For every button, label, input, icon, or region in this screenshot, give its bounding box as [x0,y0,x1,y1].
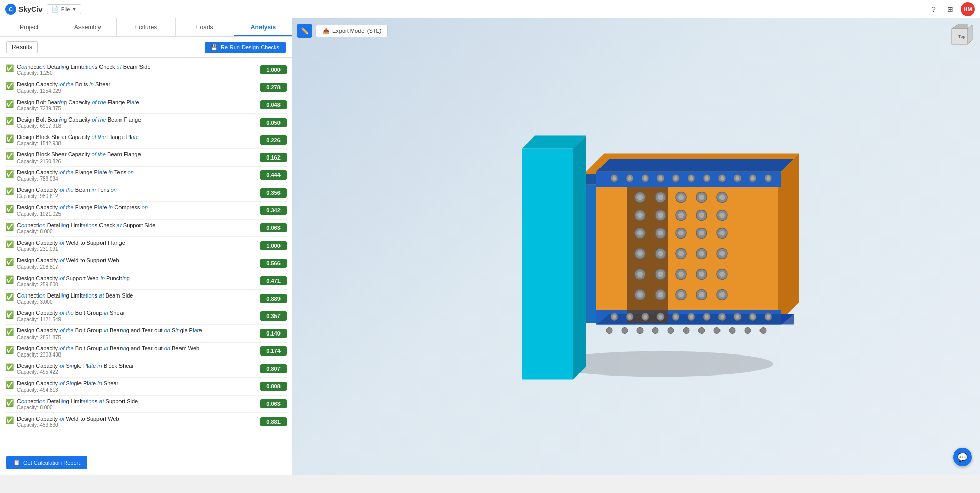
tab-loads[interactable]: Loads [176,18,234,36]
svg-point-110 [674,315,677,319]
result-name: Connection Detailing Limitations at Supp… [17,398,260,405]
result-value-badge: 0.356 [260,188,287,198]
result-item: ✅Design Capacity of the Flange Plate in … [5,167,287,184]
result-name: Connection Detailing Limitations Check a… [17,222,260,229]
result-item: ✅Design Capacity of the Flange Plate in … [5,202,287,219]
result-capacity: Capacity: 453.830 [17,422,260,428]
svg-point-129 [698,327,705,333]
svg-point-116 [720,315,724,319]
result-item: ✅Connection Detailing Limitations Check … [5,61,287,78]
svg-point-118 [735,315,739,319]
result-capacity: Capacity: 980.612 [17,193,260,199]
result-value-badge: 0.063 [260,223,287,232]
result-capacity: Capacity: 786.094 [17,176,260,182]
result-capacity: Capacity: 8.000 [17,229,260,234]
svg-point-50 [637,251,643,256]
svg-point-131 [729,327,735,333]
svg-point-60 [637,271,643,277]
result-name: Connection Detailing Limitations Check a… [17,63,260,70]
svg-point-86 [658,176,662,180]
check-circle-icon: ✅ [5,134,14,143]
svg-point-34 [678,212,684,218]
svg-marker-7 [778,153,799,323]
svg-rect-15 [522,148,573,379]
svg-point-108 [658,315,662,319]
avatar-initials: HM [963,6,972,12]
result-capacity: Capacity: 1542.938 [17,141,260,146]
svg-point-62 [658,271,663,277]
svg-marker-11 [596,159,794,171]
result-item: ✅Connection Detailing Limitations at Sup… [5,396,287,413]
tab-analysis[interactable]: Analysis [234,18,292,36]
result-name: Design Bolt Bearing Capacity of the Flan… [17,98,260,106]
file-menu-button[interactable]: 📄 File ▼ [47,4,82,14]
result-name: Design Bolt Bearing Capacity of the Beam… [17,116,260,123]
svg-point-36 [699,212,704,218]
svg-point-40 [637,230,643,235]
result-name: Design Capacity of the Flange Plate in C… [17,204,260,211]
user-avatar[interactable]: HM [961,2,975,16]
viewer-back-button[interactable]: ✏️ [297,24,312,38]
help-icon[interactable]: ? [928,3,940,15]
result-item: ✅Design Capacity of Single Plate in Shea… [5,378,287,395]
result-name: Design Capacity of the Bolt Group in She… [17,309,260,317]
svg-point-58 [719,251,725,256]
view-cube[interactable]: Top [944,24,975,54]
result-value-badge: 0.881 [260,417,287,426]
tab-project[interactable]: Project [0,18,58,36]
result-value-badge: 0.048 [260,100,287,109]
result-capacity: Capacity: 2150.826 [17,159,260,164]
check-circle-icon: ✅ [5,64,14,72]
result-item: ✅Design Block Shear Capacity of the Flan… [5,131,287,149]
svg-point-125 [637,327,643,333]
file-chevron-icon: ▼ [72,7,76,12]
svg-point-20 [637,194,643,200]
check-circle-icon: ✅ [5,117,14,125]
svg-point-30 [637,212,643,218]
result-name: Design Capacity of Support Web in Punchi… [17,274,260,282]
chat-button[interactable]: 💬 [953,448,972,466]
result-item: ✅Design Bolt Bearing Capacity of the Bea… [5,114,287,131]
result-item: ✅Design Capacity of the Beam in TensionC… [5,184,287,202]
check-circle-icon: ✅ [5,363,14,371]
svg-point-114 [705,315,708,319]
check-circle-icon: ✅ [5,152,14,160]
result-item: ✅Design Capacity of Weld to Support WebC… [5,254,287,272]
header-right: ? ⊞ HM [928,2,975,16]
result-name: Design Capacity of Weld to Support Web [17,415,260,422]
panel-footer: 📋 Get Calculation Report [0,450,292,475]
svg-point-106 [643,315,647,319]
logo-icon: C [5,4,16,15]
svg-point-120 [751,315,754,319]
check-circle-icon: ✅ [5,205,14,213]
svg-point-38 [719,212,725,218]
svg-point-46 [699,230,704,235]
check-circle-icon: ✅ [5,275,14,284]
svg-marker-14 [781,314,794,324]
svg-point-94 [720,176,724,180]
export-model-button[interactable]: 📤 Export Model (STL) [316,25,388,37]
result-name: Design Capacity of the Beam in Tension [17,186,260,193]
svg-point-96 [735,176,739,180]
svg-point-76 [699,292,704,297]
svg-point-70 [637,292,643,297]
header-left: C SkyCiv 📄 File ▼ [5,4,81,15]
results-list: ✅Connection Detailing Limitations Check … [0,58,292,450]
result-value-badge: 0.050 [260,118,287,127]
tab-fixtures[interactable]: Fixtures [117,18,175,36]
result-item: ✅Design Capacity of the Bolts in ShearCa… [5,78,287,96]
skyciv-logo: C SkyCiv [5,4,43,15]
result-name: Design Capacity of Weld to Support Flang… [17,239,260,246]
result-capacity: Capacity: 1121.549 [17,317,260,322]
tab-assembly[interactable]: Assembly [58,18,117,36]
app-header: C SkyCiv 📄 File ▼ ? ⊞ HM [0,0,980,18]
rerun-design-checks-button[interactable]: 💾 Re-Run Design Checks [205,42,286,53]
result-item: ✅Design Block Shear Capacity of the Beam… [5,149,287,166]
svg-point-104 [628,315,631,319]
result-name: Design Block Shear Capacity of the Flang… [17,133,260,141]
apps-grid-icon[interactable]: ⊞ [944,3,956,15]
svg-point-64 [678,271,684,277]
get-calculation-report-button[interactable]: 📋 Get Calculation Report [6,456,87,469]
results-tab[interactable]: Results [6,41,38,53]
file-icon: 📄 [51,6,59,13]
